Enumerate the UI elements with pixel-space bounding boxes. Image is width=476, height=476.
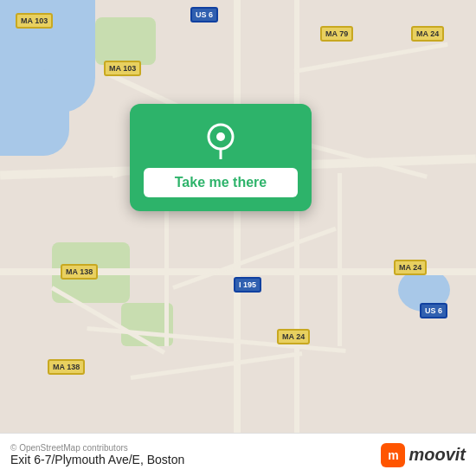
road — [294, 42, 448, 74]
moovit-brand-text: moovit — [408, 445, 466, 465]
road — [131, 351, 303, 380]
location-info: © OpenStreetMap contributors Exit 6-7/Pl… — [10, 443, 184, 466]
location-pin-icon — [202, 121, 240, 159]
location-card: Take me there — [130, 104, 312, 211]
route-badge-ma24-bottom: MA 24 — [277, 329, 310, 344]
road — [338, 173, 342, 346]
road — [234, 0, 241, 433]
moovit-logo: m moovit — [381, 443, 466, 467]
copyright-text: © OpenStreetMap contributors — [10, 443, 184, 453]
route-badge-ma138-bottom: MA 138 — [48, 359, 85, 375]
take-me-there-button[interactable]: Take me there — [144, 168, 298, 197]
route-badge-i195-right: I 195 — [234, 277, 261, 293]
water-body — [0, 69, 69, 156]
route-badge-ma79: MA 79 — [320, 26, 353, 42]
route-badge-ma103-top: MA 103 — [16, 13, 53, 29]
route-badge-ma138-left: MA 138 — [61, 264, 98, 280]
route-badge-ma24-mid: MA 24 — [394, 260, 427, 275]
road — [294, 0, 299, 433]
route-badge-ma24-top: MA 24 — [411, 26, 444, 42]
moovit-icon: m — [381, 443, 405, 467]
route-badge-us6-bottom: US 6 — [420, 303, 447, 318]
green-area — [95, 17, 156, 65]
route-badge-us6-top: US 6 — [190, 7, 218, 23]
location-label: Exit 6-7/Plymouth Ave/E, Boston — [10, 453, 184, 466]
svg-point-1 — [216, 132, 225, 141]
map-view: MA 103 US 6 MA 79 MA 24 MA 103 I 195 US … — [0, 0, 476, 433]
route-badge-ma103-mid: MA 103 — [104, 61, 141, 76]
bottom-bar: © OpenStreetMap contributors Exit 6-7/Pl… — [0, 433, 476, 476]
